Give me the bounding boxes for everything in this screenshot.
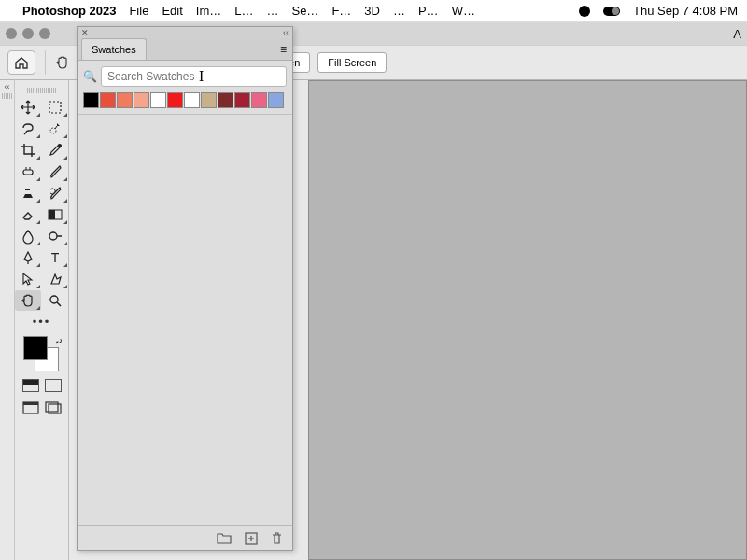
panel-dock-stripe: ‹‹ [0, 80, 15, 560]
move-tool[interactable] [15, 97, 41, 118]
quick-mask-icon[interactable] [22, 379, 39, 392]
trash-icon[interactable] [271, 531, 283, 545]
color-swatch-control[interactable]: ⤾ [21, 336, 63, 373]
swatch-color-9[interactable] [234, 92, 250, 108]
window-letter: A [733, 27, 741, 41]
pen-tool[interactable] [15, 247, 41, 268]
hand-icon [54, 54, 71, 71]
window-close-button[interactable] [6, 28, 17, 39]
crop-tool[interactable] [15, 140, 41, 161]
clone-stamp-tool[interactable] [15, 183, 41, 203]
new-swatch-icon[interactable] [245, 532, 258, 545]
menu-file[interactable]: File [129, 4, 148, 18]
healing-brush-tool[interactable] [15, 161, 41, 182]
menu-truncated-2[interactable]: … [393, 4, 405, 18]
recording-status-icon[interactable] [579, 6, 590, 17]
eraser-tool[interactable] [15, 204, 41, 225]
swatches-panel: ✕ ‹‹ Swatches ≡ 🔍 I [77, 26, 293, 551]
menu-edit[interactable]: Edit [162, 4, 182, 18]
svg-point-3 [58, 144, 62, 147]
type-tool[interactable]: T [42, 247, 68, 268]
app-name[interactable]: Photoshop 2023 [22, 4, 116, 18]
window-traffic-lights [6, 28, 50, 39]
gradient-tool[interactable] [42, 204, 68, 225]
panel-collapse-icon[interactable]: ‹‹ [283, 28, 289, 37]
history-brush-tool[interactable] [42, 183, 68, 203]
menu-filter[interactable]: F… [331, 4, 351, 18]
screen-mode-icon[interactable] [22, 401, 39, 414]
folder-icon[interactable] [217, 532, 232, 544]
svg-point-12 [50, 296, 58, 303]
document-canvas[interactable] [308, 80, 747, 560]
swatch-color-0[interactable] [83, 92, 99, 108]
brush-tool[interactable] [42, 161, 68, 182]
home-icon [14, 56, 29, 69]
swatches-footer [78, 525, 292, 550]
swatch-color-4[interactable] [150, 92, 166, 108]
svg-rect-8 [49, 210, 55, 219]
lasso-tool[interactable] [15, 119, 41, 139]
menu-truncated-1[interactable]: … [266, 4, 278, 18]
menu-select[interactable]: Se… [291, 4, 318, 18]
blur-tool[interactable] [15, 226, 41, 246]
tools-panel: T ••• ⤾ [15, 80, 69, 560]
search-icon: 🔍 [83, 70, 97, 83]
svg-line-2 [55, 126, 57, 129]
window-minimize-button[interactable] [22, 28, 34, 39]
menu-window[interactable]: W… [452, 4, 475, 18]
swatch-color-8[interactable] [218, 92, 233, 108]
foreground-color[interactable] [23, 336, 48, 360]
panel-menu-icon[interactable]: ≡ [280, 43, 287, 56]
current-tool-indicator[interactable] [45, 50, 71, 75]
path-selection-tool[interactable] [15, 269, 41, 289]
svg-text:T: T [51, 250, 60, 265]
swatches-search-input[interactable] [101, 66, 287, 87]
menu-plugins[interactable]: P… [418, 4, 439, 18]
shape-tool[interactable] [42, 269, 68, 289]
svg-point-9 [49, 232, 57, 240]
svg-rect-15 [23, 402, 38, 405]
swatch-color-5[interactable] [167, 92, 183, 108]
swatch-color-7[interactable] [201, 92, 217, 108]
fill-screen-button[interactable]: Fill Screen [317, 52, 387, 73]
zoom-tool[interactable] [42, 290, 68, 311]
quick-selection-tool[interactable] [42, 119, 68, 139]
home-button[interactable] [7, 50, 35, 75]
control-toggle-icon[interactable] [603, 7, 620, 16]
window-zoom-button[interactable] [39, 28, 50, 39]
swatches-tab[interactable]: Swatches [81, 38, 147, 60]
standard-mask-icon[interactable] [45, 379, 62, 392]
swatch-color-6[interactable] [184, 92, 200, 108]
menubar-datetime[interactable]: Thu Sep 7 4:08 PM [633, 4, 738, 18]
swatch-color-3[interactable] [134, 92, 149, 108]
tools-grip-icon[interactable] [27, 88, 57, 93]
swap-colors-icon[interactable]: ⤾ [55, 336, 63, 346]
collapse-chevron-icon[interactable]: ‹‹ [0, 80, 14, 91]
swatches-body [78, 115, 292, 525]
swatch-color-10[interactable] [251, 92, 267, 108]
dodge-tool[interactable] [42, 226, 68, 246]
menu-layer[interactable]: L… [234, 4, 253, 18]
eyedropper-tool[interactable] [42, 140, 68, 161]
svg-rect-0 [49, 102, 61, 113]
grip-icon[interactable] [2, 93, 13, 99]
macos-menubar: Photoshop 2023 File Edit Im… L… … Se… F…… [0, 0, 747, 22]
screen-mode-alt-icon[interactable] [45, 401, 62, 414]
svg-rect-4 [23, 170, 33, 175]
menu-image[interactable]: Im… [196, 4, 221, 18]
hand-tool[interactable] [15, 290, 41, 311]
swatches-color-grid [78, 92, 292, 115]
svg-line-13 [57, 302, 61, 306]
marquee-tool[interactable] [42, 97, 68, 118]
swatch-color-2[interactable] [117, 92, 133, 108]
edit-toolbar-button[interactable]: ••• [15, 315, 68, 329]
swatch-color-11[interactable] [268, 92, 284, 108]
menu-3d[interactable]: 3D [364, 4, 380, 18]
panel-close-icon[interactable]: ✕ [81, 28, 89, 37]
swatch-color-1[interactable] [100, 92, 116, 108]
